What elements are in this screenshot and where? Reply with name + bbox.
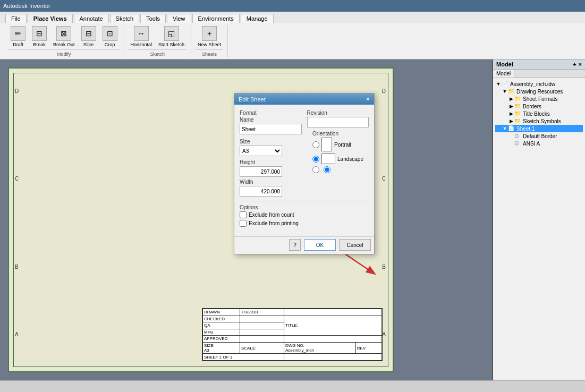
cancel-button[interactable]: Cancel — [339, 239, 371, 251]
btn-draft[interactable]: ✏ Draft — [9, 25, 28, 48]
ribbon: File Place Views Annotate Sketch Tools V… — [0, 12, 585, 59]
default-border-icon: ⊡ — [514, 133, 522, 139]
rev-cell: REV — [355, 342, 381, 354]
sketch-symbols-icon: 📁 — [514, 118, 522, 124]
mfg-val — [240, 329, 284, 336]
tab-sketch[interactable]: Sketch — [110, 14, 140, 23]
horizontal-icon: ↔ — [134, 26, 149, 41]
help-button[interactable]: ? — [289, 239, 301, 251]
btn-slice[interactable]: ⊟ Slice — [79, 25, 98, 48]
exclude-count-row: Exclude from count — [240, 211, 369, 218]
tree-item-drawing-resources[interactable]: ▼ 📁 Drawing Resources — [495, 88, 583, 95]
ribbon-tabs: File Place Views Annotate Sketch Tools V… — [0, 12, 585, 23]
label-b-left: B — [15, 264, 19, 270]
tree-item-title-blocks[interactable]: ▶ 📁 Title Blocks — [495, 110, 583, 117]
orientation-visuals: Portrait Landscape — [312, 138, 363, 164]
approved-val — [240, 336, 284, 343]
panel-tab-model[interactable]: Model — [493, 70, 514, 78]
title-bar: Autodesk Inventor — [0, 0, 585, 12]
orient2-radio2[interactable] — [324, 166, 330, 173]
tree-item-borders[interactable]: ▶ 📁 Borders — [495, 103, 583, 110]
tab-view[interactable]: View — [167, 14, 191, 23]
right-panel: Model + × Model ▼ 📄 Assembly_inch.idw ▼ … — [492, 59, 585, 380]
name-input[interactable] — [240, 124, 302, 134]
landscape-label: Landscape — [337, 156, 363, 162]
tree-label-default-border: Default Border — [523, 133, 557, 139]
crop-icon: ⊡ — [103, 26, 117, 41]
revision-input[interactable] — [307, 117, 369, 127]
btn-new-sheet[interactable]: + New Sheet — [196, 25, 223, 48]
scale-cell: SCALE: — [240, 342, 284, 354]
dialog-title-bar: Edit Sheet × — [234, 93, 374, 105]
tree-item-sheet-formats[interactable]: ▶ 📁 Sheet Formats — [495, 95, 583, 103]
break-label: Break — [33, 42, 46, 47]
tree-toggle-borders: ▶ — [508, 104, 514, 109]
start-sketch-icon: ◱ — [164, 26, 179, 41]
btn-crop[interactable]: ⊡ Crop — [100, 25, 120, 48]
format-col: Format Name — [240, 110, 302, 134]
sheet-formats-icon: 📁 — [514, 96, 522, 102]
dialog-close-button[interactable]: × — [366, 96, 370, 103]
label-d-left: D — [15, 88, 19, 94]
panel-add-btn[interactable]: + — [573, 61, 576, 67]
tree-item-ansi-a[interactable]: ⊡ ANSI A — [495, 140, 583, 147]
tab-file[interactable]: File — [5, 14, 27, 23]
tree-toggle-sheet1: ▼ — [502, 126, 508, 131]
tree-item-sheet1[interactable]: ▼ 📄 Sheet:1 — [495, 125, 583, 132]
modify-buttons: ✏ Draft ⊟ Break ⊠ Break Out ⊟ Slice ⊡ — [9, 25, 120, 48]
exclude-printing-label: Exclude from printing — [249, 220, 299, 226]
btn-break[interactable]: ⊟ Break — [30, 25, 49, 48]
slice-label: Slice — [83, 42, 94, 47]
app-title: Autodesk Inventor — [3, 3, 50, 9]
tree-label-ansi-a: ANSI A — [523, 141, 540, 147]
modify-group-label: Modify — [57, 52, 71, 57]
btn-horizontal[interactable]: ↔ Horizontal — [129, 25, 155, 48]
landscape-radio[interactable] — [312, 156, 319, 163]
tree-item-file[interactable]: ▼ 📄 Assembly_inch.idw — [495, 80, 583, 88]
label-c-left: C — [15, 176, 19, 182]
tree-label-borders: Borders — [523, 104, 541, 109]
approved-cell: APPROVED — [203, 336, 240, 343]
checked-val — [240, 316, 284, 322]
height-input[interactable] — [240, 166, 282, 177]
exclude-count-label: Exclude from count — [249, 212, 294, 218]
tab-manage[interactable]: Manage — [241, 14, 274, 23]
orient2-radio1[interactable] — [312, 166, 319, 173]
landscape-icon — [321, 154, 335, 164]
tab-annotate[interactable]: Annotate — [74, 14, 109, 23]
draft-label: Draft — [13, 42, 23, 47]
tab-environments[interactable]: Environments — [192, 14, 240, 23]
panel-close-btn[interactable]: × — [579, 61, 582, 67]
label-c-right: C — [382, 176, 386, 182]
exclude-count-checkbox[interactable] — [240, 211, 247, 218]
label-a-right: A — [382, 331, 386, 337]
portrait-radio[interactable] — [312, 141, 319, 148]
ribbon-group-modify: ✏ Draft ⊟ Break ⊠ Break Out ⊟ Slice ⊡ — [4, 25, 124, 57]
tree-item-default-border[interactable]: ⊡ Default Border — [495, 132, 583, 140]
break-icon: ⊟ — [32, 26, 47, 41]
tree-toggle-title-blocks: ▶ — [508, 111, 514, 116]
width-section: Width — [240, 179, 369, 197]
sheet-extra — [284, 354, 381, 361]
exclude-printing-checkbox[interactable] — [240, 220, 247, 227]
ok-button[interactable]: OK — [304, 239, 336, 251]
approved-area — [284, 336, 381, 343]
tree-label-title-blocks: Title Blocks — [523, 111, 550, 117]
options-label: Options — [240, 204, 369, 210]
btn-break-out[interactable]: ⊠ Break Out — [51, 25, 77, 48]
size-select[interactable]: A3 A4 A2 A1 Letter — [240, 146, 282, 156]
width-input[interactable] — [240, 186, 282, 197]
btn-start-sketch[interactable]: ◱ Start Sketch — [156, 25, 186, 48]
label-d-right: D — [382, 88, 386, 94]
tree-toggle-sketch-symbols: ▶ — [508, 118, 514, 124]
qa-cell: QA — [203, 322, 240, 329]
size-cell: SIZEA3 — [203, 342, 240, 354]
name-label: Name — [240, 117, 302, 123]
new-sheet-icon: + — [202, 26, 217, 41]
landscape-row: Landscape — [312, 154, 363, 164]
tab-place-views[interactable]: Place Views — [28, 14, 73, 23]
break-out-icon: ⊠ — [56, 26, 71, 41]
tree-item-sketch-symbols[interactable]: ▶ 📁 Sketch Symbols — [495, 117, 583, 125]
tab-tools[interactable]: Tools — [140, 14, 166, 23]
tree-label-sheet-formats: Sheet Formats — [523, 96, 558, 102]
